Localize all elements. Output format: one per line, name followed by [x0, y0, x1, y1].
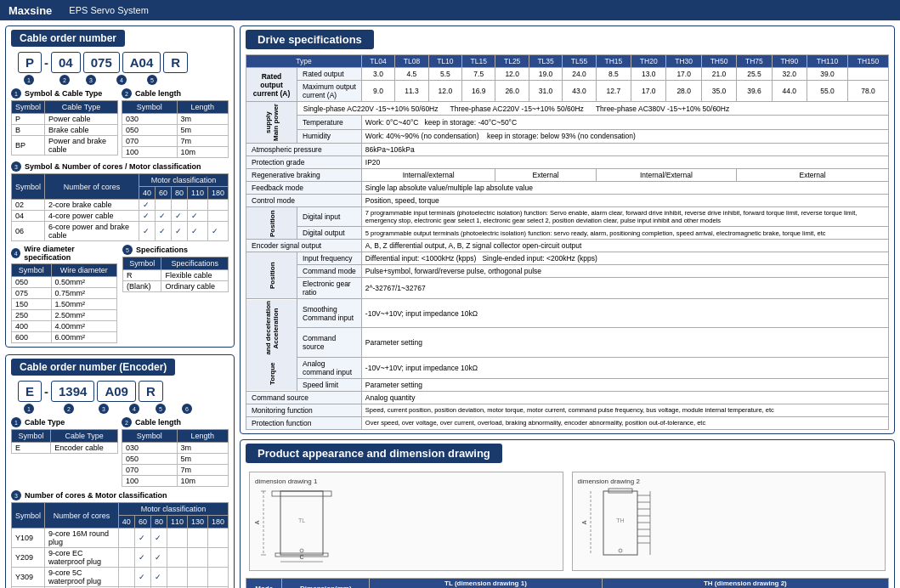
cable-order-section: Cable order number P - 04 075 A04 R 1 2 …	[5, 25, 235, 348]
left-panel: Cable order number P - 04 075 A04 R 1 2 …	[5, 25, 235, 588]
right-panel: Drive specifications Type TL04TL08TL10TL…	[240, 25, 895, 588]
dimension-drawing-2: dimension drawing 2	[572, 472, 886, 571]
enc-cable-length-table: SymbolLength 0303m 0505m 0707m 10010m	[122, 429, 229, 487]
cable-type-table: SymbolCable Type PPower cable BBrake cab…	[11, 100, 118, 155]
tl-outline-svg: A C TL	[255, 487, 408, 563]
svg-text:C: C	[299, 554, 303, 560]
enc-seg-4: R	[139, 381, 163, 402]
dimension-drawings: dimension drawing 1	[246, 468, 889, 574]
drive-spec-table: Type TL04TL08TL10TL15TL25TL35TL55 TH15TH…	[246, 54, 889, 430]
enc-seg-3: A09	[97, 381, 136, 402]
drive-spec-section: Drive specifications Type TL04TL08TL10TL…	[240, 25, 895, 434]
logo: Maxsine	[8, 4, 52, 17]
pn-seg-1: P	[18, 52, 42, 73]
drive-spec-title: Drive specifications	[246, 30, 374, 49]
wire-diam-table: SymbolWire diameter 0500.50mm² 0750.75mm…	[11, 263, 117, 343]
pn-seg-2: 04	[51, 52, 81, 73]
cable-length-table: SymbolLength 0303m 0505m 0707m 10010m	[122, 100, 229, 158]
enc-cores-table: Symbol Number of cores Motor classificat…	[11, 502, 229, 588]
th-outline-svg: TH A	[578, 487, 748, 563]
svg-text:TH: TH	[616, 517, 624, 523]
dimension-table: Mode Dimension(mm) TL (dimension drawing…	[246, 578, 889, 588]
svg-text:TL: TL	[298, 517, 305, 523]
pn-seg-3: 075	[83, 52, 120, 73]
header-subtitle: EPS Servo System	[69, 5, 149, 15]
header: Maxsine EPS Servo System	[0, 0, 900, 20]
encoder-order-title: Cable order number (Encoder)	[11, 359, 175, 376]
product-appearance-section: Product appearance and dimension drawing…	[240, 439, 895, 588]
enc-cable-type-table: SymbolCable Type EEncoder cable	[11, 429, 118, 454]
product-appearance-title: Product appearance and dimension drawing	[246, 444, 502, 463]
cores-motor-table: Symbol Number of cores Motor classificat…	[11, 173, 229, 241]
svg-text:A: A	[255, 520, 260, 524]
svg-point-10	[300, 549, 303, 552]
svg-point-23	[619, 549, 622, 552]
pn-seg-5: R	[163, 52, 188, 73]
spec-type-table: SymbolSpecifications RFlexible cable (Bl…	[122, 257, 229, 292]
encoder-order-section: Cable order number (Encoder) E - 1394 A0…	[5, 354, 235, 588]
pn-seg-4: A04	[122, 52, 161, 73]
enc-seg-2: 1394	[51, 381, 94, 402]
cable-order-title: Cable order number	[11, 30, 125, 47]
dimension-drawing-1: dimension drawing 1	[249, 472, 563, 571]
enc-seg-1: E	[18, 381, 42, 402]
svg-text:A: A	[581, 520, 587, 524]
